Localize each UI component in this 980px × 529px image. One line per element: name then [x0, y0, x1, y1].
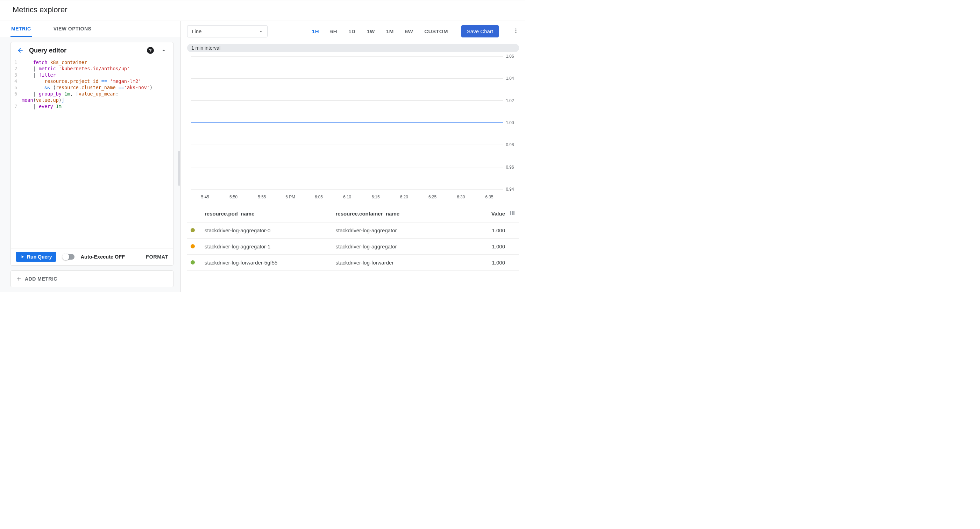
cell-value: 1.000 — [466, 260, 505, 266]
time-range-1h[interactable]: 1H — [312, 28, 319, 34]
page-title: Metrics explorer — [0, 0, 525, 21]
panel-resize-handle[interactable] — [178, 151, 180, 186]
time-range-6w[interactable]: 6W — [405, 28, 414, 34]
query-code-editor[interactable]: 123456 7 fetch k8s_container | metric 'k… — [11, 59, 173, 248]
svg-text:0.96: 0.96 — [506, 165, 514, 170]
cell-container-name: stackdriver-log-aggregator — [336, 228, 467, 233]
chart-area[interactable]: 0.940.960.981.001.021.041.065:455:505:55… — [187, 53, 519, 203]
svg-text:0.98: 0.98 — [506, 142, 514, 147]
table-row[interactable]: stackdriver-log-aggregator-0 stackdriver… — [187, 223, 519, 239]
auto-execute-toggle[interactable] — [63, 254, 75, 260]
cell-pod-name: stackdriver-log-aggregator-0 — [205, 228, 336, 233]
format-button[interactable]: FORMAT — [146, 254, 168, 260]
svg-text:6:05: 6:05 — [315, 194, 323, 199]
cell-container-name: stackdriver-log-forwarder — [336, 260, 467, 266]
auto-execute-label: Auto-Execute OFF — [81, 254, 125, 260]
svg-text:6:10: 6:10 — [343, 194, 351, 199]
run-query-button[interactable]: Run Query — [16, 252, 56, 262]
col-pod-name: resource.pod_name — [205, 210, 336, 217]
cell-value: 1.000 — [466, 244, 505, 249]
caret-down-icon — [259, 29, 263, 33]
cell-pod-name: stackdriver-log-forwarder-5gf55 — [205, 260, 336, 266]
table-row[interactable]: stackdriver-log-aggregator-1 stackdriver… — [187, 239, 519, 255]
add-metric-button[interactable]: ADD METRIC — [11, 271, 173, 287]
svg-text:1.04: 1.04 — [506, 76, 514, 81]
tab-metric[interactable]: METRIC — [11, 21, 32, 37]
back-arrow-icon[interactable] — [16, 46, 25, 55]
table-row[interactable]: stackdriver-log-forwarder-5gf55 stackdri… — [187, 255, 519, 271]
time-range-custom[interactable]: CUSTOM — [424, 28, 448, 34]
more-menu-icon[interactable] — [513, 28, 519, 35]
svg-text:6:30: 6:30 — [457, 194, 465, 199]
cell-value: 1.000 — [466, 228, 505, 233]
svg-text:5:55: 5:55 — [258, 194, 266, 199]
svg-text:1.02: 1.02 — [506, 98, 514, 103]
time-range-6h[interactable]: 6H — [330, 28, 337, 34]
interval-badge: 1 min interval — [187, 44, 519, 52]
time-range-1w[interactable]: 1W — [366, 28, 375, 34]
time-range-1m[interactable]: 1M — [386, 28, 394, 34]
collapse-icon[interactable] — [159, 46, 168, 55]
svg-text:6:35: 6:35 — [485, 194, 493, 199]
svg-text:6:15: 6:15 — [371, 194, 379, 199]
help-icon[interactable]: ? — [146, 46, 155, 55]
tab-view-options[interactable]: VIEW OPTIONS — [53, 21, 92, 37]
svg-text:1.00: 1.00 — [506, 120, 514, 125]
chart-type-select[interactable]: Line — [187, 25, 267, 37]
svg-text:6 PM: 6 PM — [285, 194, 295, 199]
cell-container-name: stackdriver-log-aggregator — [336, 244, 467, 249]
col-value: Value — [466, 210, 505, 217]
add-metric-label: ADD METRIC — [25, 276, 57, 282]
legend-dot-icon — [191, 244, 195, 249]
legend-dot-icon — [191, 260, 195, 264]
save-chart-button[interactable]: Save Chart — [461, 25, 499, 37]
svg-text:0.94: 0.94 — [506, 187, 514, 192]
svg-text:5:50: 5:50 — [229, 194, 237, 199]
svg-point-0 — [515, 28, 517, 29]
run-query-label: Run Query — [27, 254, 52, 260]
time-range-1d[interactable]: 1D — [348, 28, 355, 34]
legend-dot-icon — [191, 228, 195, 232]
svg-text:1.06: 1.06 — [506, 54, 514, 59]
svg-text:6:20: 6:20 — [400, 194, 408, 199]
svg-text:6:25: 6:25 — [428, 194, 436, 199]
query-editor-title: Query editor — [29, 47, 142, 54]
plus-icon — [16, 276, 22, 282]
columns-icon[interactable] — [505, 210, 515, 217]
table-header-row: resource.pod_name resource.container_nam… — [187, 205, 519, 223]
col-container-name: resource.container_name — [336, 210, 467, 217]
chart-type-value: Line — [192, 28, 202, 34]
svg-point-2 — [515, 32, 517, 33]
svg-text:5:45: 5:45 — [201, 194, 209, 199]
svg-point-1 — [515, 30, 517, 32]
cell-pod-name: stackdriver-log-aggregator-1 — [205, 244, 336, 249]
